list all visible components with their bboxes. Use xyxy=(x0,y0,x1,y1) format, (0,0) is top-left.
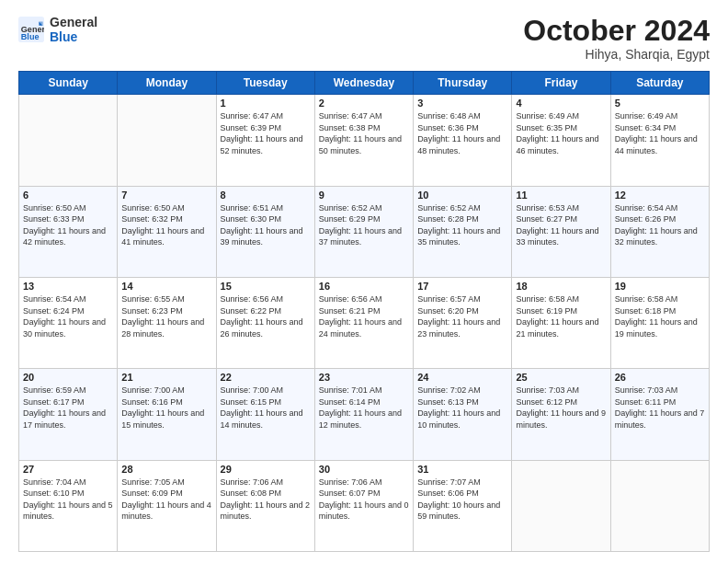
calendar-cell xyxy=(118,95,216,186)
logo-icon: General Blue xyxy=(18,17,44,42)
calendar-cell: 28Sunrise: 7:05 AM Sunset: 6:09 PM Dayli… xyxy=(118,460,216,551)
day-number: 8 xyxy=(221,190,311,201)
cell-content: Sunrise: 6:49 AM Sunset: 6:34 PM Dayligh… xyxy=(615,110,705,156)
cell-content: Sunrise: 6:50 AM Sunset: 6:33 PM Dayligh… xyxy=(23,202,113,248)
day-header-thursday: Thursday xyxy=(414,72,512,95)
cell-content: Sunrise: 7:05 AM Sunset: 6:09 PM Dayligh… xyxy=(121,477,211,523)
cell-content: Sunrise: 7:00 AM Sunset: 6:16 PM Dayligh… xyxy=(121,385,211,431)
calendar-header-row: SundayMondayTuesdayWednesdayThursdayFrid… xyxy=(19,72,710,95)
day-header-tuesday: Tuesday xyxy=(216,72,314,95)
day-number: 23 xyxy=(319,372,409,383)
day-number: 20 xyxy=(23,372,113,383)
calendar-week-5: 27Sunrise: 7:04 AM Sunset: 6:10 PM Dayli… xyxy=(19,460,710,551)
day-number: 1 xyxy=(221,98,311,109)
calendar-week-1: 1Sunrise: 6:47 AM Sunset: 6:39 PM Daylig… xyxy=(19,95,710,186)
day-header-sunday: Sunday xyxy=(19,72,118,95)
calendar-cell: 18Sunrise: 6:58 AM Sunset: 6:19 PM Dayli… xyxy=(512,277,610,368)
day-number: 15 xyxy=(221,281,311,292)
calendar-cell xyxy=(512,460,610,551)
cell-content: Sunrise: 6:58 AM Sunset: 6:18 PM Dayligh… xyxy=(615,293,705,339)
cell-content: Sunrise: 7:06 AM Sunset: 6:08 PM Dayligh… xyxy=(221,477,311,523)
day-number: 27 xyxy=(23,464,113,475)
cell-content: Sunrise: 7:03 AM Sunset: 6:12 PM Dayligh… xyxy=(516,385,606,431)
day-number: 10 xyxy=(417,190,507,201)
cell-content: Sunrise: 6:52 AM Sunset: 6:28 PM Dayligh… xyxy=(417,202,507,248)
calendar-cell: 7Sunrise: 6:50 AM Sunset: 6:32 PM Daylig… xyxy=(118,186,216,277)
day-number: 22 xyxy=(221,372,311,383)
calendar-cell: 16Sunrise: 6:56 AM Sunset: 6:21 PM Dayli… xyxy=(314,277,413,368)
cell-content: Sunrise: 6:55 AM Sunset: 6:23 PM Dayligh… xyxy=(121,293,211,339)
cell-content: Sunrise: 6:53 AM Sunset: 6:27 PM Dayligh… xyxy=(516,202,606,248)
logo: General Blue General Blue xyxy=(18,15,97,44)
calendar-week-4: 20Sunrise: 6:59 AM Sunset: 6:17 PM Dayli… xyxy=(19,369,710,460)
calendar-cell: 2Sunrise: 6:47 AM Sunset: 6:38 PM Daylig… xyxy=(314,95,413,186)
logo-blue-text: Blue xyxy=(50,29,97,44)
cell-content: Sunrise: 6:56 AM Sunset: 6:22 PM Dayligh… xyxy=(221,293,311,339)
calendar-cell xyxy=(610,460,709,551)
calendar-cell: 20Sunrise: 6:59 AM Sunset: 6:17 PM Dayli… xyxy=(19,369,118,460)
cell-content: Sunrise: 7:07 AM Sunset: 6:06 PM Dayligh… xyxy=(417,477,507,523)
calendar-cell: 21Sunrise: 7:00 AM Sunset: 6:16 PM Dayli… xyxy=(118,369,216,460)
cell-content: Sunrise: 7:01 AM Sunset: 6:14 PM Dayligh… xyxy=(319,385,409,431)
day-number: 16 xyxy=(319,281,409,292)
svg-text:Blue: Blue xyxy=(21,32,40,41)
calendar-week-3: 13Sunrise: 6:54 AM Sunset: 6:24 PM Dayli… xyxy=(19,277,710,368)
calendar-cell: 19Sunrise: 6:58 AM Sunset: 6:18 PM Dayli… xyxy=(610,277,709,368)
title-area: October 2024 Hihya, Sharqia, Egypt xyxy=(523,15,710,62)
calendar-cell: 14Sunrise: 6:55 AM Sunset: 6:23 PM Dayli… xyxy=(118,277,216,368)
calendar-cell: 6Sunrise: 6:50 AM Sunset: 6:33 PM Daylig… xyxy=(19,186,118,277)
day-number: 26 xyxy=(615,372,705,383)
day-number: 18 xyxy=(516,281,606,292)
calendar-cell: 11Sunrise: 6:53 AM Sunset: 6:27 PM Dayli… xyxy=(512,186,610,277)
cell-content: Sunrise: 6:47 AM Sunset: 6:38 PM Dayligh… xyxy=(319,110,409,156)
day-number: 5 xyxy=(615,98,705,109)
calendar-cell: 8Sunrise: 6:51 AM Sunset: 6:30 PM Daylig… xyxy=(216,186,314,277)
day-number: 4 xyxy=(516,98,606,109)
calendar-cell: 5Sunrise: 6:49 AM Sunset: 6:34 PM Daylig… xyxy=(610,95,709,186)
calendar-cell: 13Sunrise: 6:54 AM Sunset: 6:24 PM Dayli… xyxy=(19,277,118,368)
day-number: 19 xyxy=(615,281,705,292)
location: Hihya, Sharqia, Egypt xyxy=(523,47,710,62)
day-number: 6 xyxy=(23,190,113,201)
header: General Blue General Blue October 2024 H… xyxy=(18,15,710,62)
cell-content: Sunrise: 6:58 AM Sunset: 6:19 PM Dayligh… xyxy=(516,293,606,339)
day-header-monday: Monday xyxy=(118,72,216,95)
calendar-cell: 4Sunrise: 6:49 AM Sunset: 6:35 PM Daylig… xyxy=(512,95,610,186)
day-number: 2 xyxy=(319,98,409,109)
calendar-cell: 23Sunrise: 7:01 AM Sunset: 6:14 PM Dayli… xyxy=(314,369,413,460)
cell-content: Sunrise: 7:03 AM Sunset: 6:11 PM Dayligh… xyxy=(615,385,705,431)
day-number: 25 xyxy=(516,372,606,383)
calendar-cell: 31Sunrise: 7:07 AM Sunset: 6:06 PM Dayli… xyxy=(414,460,512,551)
day-number: 29 xyxy=(221,464,311,475)
day-number: 21 xyxy=(121,372,211,383)
day-number: 9 xyxy=(319,190,409,201)
calendar-table: SundayMondayTuesdayWednesdayThursdayFrid… xyxy=(18,71,710,552)
cell-content: Sunrise: 7:06 AM Sunset: 6:07 PM Dayligh… xyxy=(319,477,409,523)
cell-content: Sunrise: 7:00 AM Sunset: 6:15 PM Dayligh… xyxy=(221,385,311,431)
cell-content: Sunrise: 7:04 AM Sunset: 6:10 PM Dayligh… xyxy=(23,477,113,523)
calendar-cell: 1Sunrise: 6:47 AM Sunset: 6:39 PM Daylig… xyxy=(216,95,314,186)
calendar-cell: 26Sunrise: 7:03 AM Sunset: 6:11 PM Dayli… xyxy=(610,369,709,460)
calendar-cell: 10Sunrise: 6:52 AM Sunset: 6:28 PM Dayli… xyxy=(414,186,512,277)
calendar-cell: 29Sunrise: 7:06 AM Sunset: 6:08 PM Dayli… xyxy=(216,460,314,551)
day-number: 28 xyxy=(121,464,211,475)
cell-content: Sunrise: 6:48 AM Sunset: 6:36 PM Dayligh… xyxy=(417,110,507,156)
day-header-friday: Friday xyxy=(512,72,610,95)
day-number: 31 xyxy=(417,464,507,475)
calendar-cell: 30Sunrise: 7:06 AM Sunset: 6:07 PM Dayli… xyxy=(314,460,413,551)
cell-content: Sunrise: 6:56 AM Sunset: 6:21 PM Dayligh… xyxy=(319,293,409,339)
calendar-cell: 27Sunrise: 7:04 AM Sunset: 6:10 PM Dayli… xyxy=(19,460,118,551)
cell-content: Sunrise: 6:54 AM Sunset: 6:26 PM Dayligh… xyxy=(615,202,705,248)
cell-content: Sunrise: 6:50 AM Sunset: 6:32 PM Dayligh… xyxy=(121,202,211,248)
day-number: 24 xyxy=(417,372,507,383)
day-number: 3 xyxy=(417,98,507,109)
logo-general-text: General xyxy=(50,15,97,29)
cell-content: Sunrise: 7:02 AM Sunset: 6:13 PM Dayligh… xyxy=(417,385,507,431)
cell-content: Sunrise: 6:52 AM Sunset: 6:29 PM Dayligh… xyxy=(319,202,409,248)
calendar-week-2: 6Sunrise: 6:50 AM Sunset: 6:33 PM Daylig… xyxy=(19,186,710,277)
calendar-cell: 22Sunrise: 7:00 AM Sunset: 6:15 PM Dayli… xyxy=(216,369,314,460)
calendar-cell xyxy=(19,95,118,186)
month-title: October 2024 xyxy=(523,15,710,47)
cell-content: Sunrise: 6:57 AM Sunset: 6:20 PM Dayligh… xyxy=(417,293,507,339)
day-number: 13 xyxy=(23,281,113,292)
